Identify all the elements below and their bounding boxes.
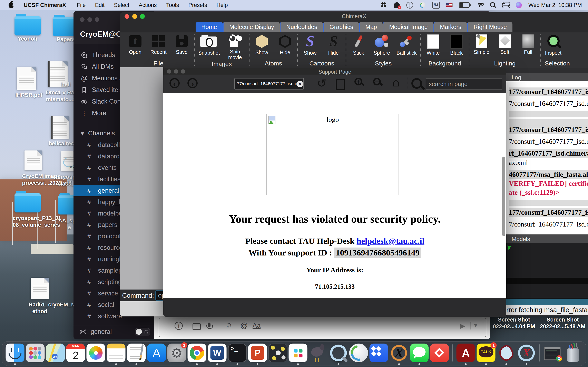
dock-notes[interactable]	[107, 343, 126, 362]
spin-movie-button[interactable]: Spin movie	[225, 34, 245, 60]
format-toggle[interactable]: Aa	[252, 322, 260, 329]
dock-textedit[interactable]	[127, 343, 146, 362]
huddle-toggle[interactable]	[135, 328, 150, 336]
control-center-icon[interactable]	[502, 2, 509, 8]
workspace-name[interactable]: CryoEM@Co	[80, 30, 126, 39]
desktop-folder-yeonoh[interactable]: Yeonoh	[13, 16, 42, 42]
dock-terminal[interactable]	[228, 343, 247, 362]
apple-menu-icon[interactable]	[9, 2, 14, 8]
snapshot-button[interactable]: Snapshot	[198, 34, 219, 60]
menu-help[interactable]: Help	[212, 2, 233, 8]
save-button[interactable]: Save	[173, 34, 190, 59]
tab-markers[interactable]: Markers	[433, 22, 467, 32]
reload-icon[interactable]: ↺	[317, 78, 327, 89]
atoms-hide-button[interactable]: Hide	[277, 34, 294, 59]
dock-finder[interactable]	[6, 343, 25, 362]
cartoons-show-button[interactable]: SShow	[302, 34, 319, 59]
tab-map[interactable]: Map	[359, 22, 383, 32]
dock-powerpoint[interactable]	[248, 343, 267, 362]
desktop-file-screenshot-1[interactable]: Screen Shot 022-02...4.04 PM	[491, 317, 537, 330]
log-panel-header[interactable]: Log	[506, 73, 588, 81]
desktop-folder-volume-series[interactable]: cryosparc_P13_J1 08_volume_series	[13, 193, 42, 228]
dock-system-preferences[interactable]: 1	[167, 343, 186, 362]
tab-home[interactable]: Home	[196, 22, 223, 32]
dock-slack[interactable]	[289, 343, 307, 362]
dock-word[interactable]	[208, 343, 227, 362]
dock-blue-ring-app[interactable]	[329, 343, 348, 362]
chat-notification-icon[interactable]: N	[394, 2, 400, 8]
desktop-file-helical[interactable]: helicalreconst.	[49, 116, 71, 147]
dock-app-store[interactable]	[147, 343, 166, 362]
menu-app-name[interactable]: UCSF ChimeraX	[19, 2, 72, 8]
atoms-show-button[interactable]: Show	[253, 34, 270, 59]
send-icon[interactable]	[460, 324, 465, 329]
dock-kakaotalk[interactable]: TALK1	[477, 343, 495, 362]
wifi-icon[interactable]	[476, 2, 484, 8]
forward-button[interactable]: ›	[187, 78, 198, 88]
emoji-icon[interactable]: ☺	[225, 321, 232, 329]
new-page-icon[interactable]	[336, 79, 345, 90]
menu-file[interactable]: File	[72, 2, 90, 8]
recent-button[interactable]: Recent	[150, 34, 167, 59]
dock-xquartz[interactable]	[390, 343, 408, 362]
ball-stick-button[interactable]: Ball stick	[397, 34, 417, 59]
background-black-button[interactable]: Black	[448, 34, 465, 59]
background-white-button[interactable]: White	[425, 34, 442, 59]
lighting-simple-button[interactable]: Simple	[473, 34, 490, 59]
desktop-file-ihrsr[interactable]: IHRSR.pdf	[15, 67, 38, 99]
tab-molecule-display[interactable]: Molecule Display	[223, 22, 280, 32]
mic-icon[interactable]	[208, 323, 210, 327]
tab-right-mouse[interactable]: Right Mouse	[467, 22, 513, 32]
dock-ccp4-bird-app[interactable]	[497, 343, 516, 362]
dock-acrobat[interactable]	[457, 343, 475, 362]
dock-cisco-anyconnect[interactable]	[349, 343, 368, 362]
dock-coot[interactable]	[309, 343, 328, 362]
support-titlebar[interactable]: Support-Page	[163, 68, 506, 75]
dock-red-diamond-app[interactable]	[430, 343, 449, 362]
globe-status-icon[interactable]	[406, 2, 413, 8]
dropbox-status-icon[interactable]	[382, 2, 388, 8]
inspect-button[interactable]: Inspect	[545, 34, 562, 59]
huddle-bar[interactable]: general	[73, 325, 154, 338]
models-panel[interactable]	[506, 243, 588, 298]
dock-chimerax-active[interactable]	[268, 343, 287, 362]
menu-bar-clock[interactable]: Wed Mar 2 10:38 PM	[528, 2, 582, 8]
dock-minimized-window[interactable]	[544, 343, 562, 362]
attach-plus-icon[interactable]: +	[174, 322, 183, 330]
models-panel-header[interactable]: Models	[506, 234, 588, 243]
zoom-in-icon[interactable]: +	[355, 78, 362, 85]
back-button[interactable]: ‹	[169, 78, 180, 88]
dock-photos[interactable]	[86, 343, 105, 362]
desktop-file-cryoem-pdf[interactable]: CryoEM image processi...2021.pdf	[22, 150, 44, 186]
zoom-out-icon[interactable]: −	[373, 78, 381, 85]
lighting-soft-button[interactable]: Soft	[496, 34, 513, 59]
search-in-page-input[interactable]	[426, 78, 502, 90]
desktop-file-screenshot-2[interactable]: Screen Shot 2022-02...5.48 AM	[538, 317, 587, 330]
dock-trash[interactable]	[564, 343, 582, 362]
battery-icon[interactable]	[459, 2, 470, 8]
send-options-chevron-icon[interactable]: ▾	[474, 321, 477, 329]
chimerax-titlebar[interactable]: ChimeraX	[120, 12, 588, 20]
anyconnect-status-icon[interactable]	[420, 2, 425, 8]
scrollbar-handle[interactable]	[502, 157, 505, 236]
input-language-flag-icon[interactable]	[446, 3, 452, 7]
dock-maps[interactable]: 280	[46, 343, 65, 362]
app-indicator-icon[interactable]: !M	[432, 2, 440, 8]
lighting-full-button[interactable]: Full	[520, 34, 537, 59]
menu-tools[interactable]: Tools	[162, 2, 184, 8]
spotlight-search-icon[interactable]	[490, 2, 496, 8]
menu-edit[interactable]: Edit	[90, 2, 109, 8]
helpdesk-email-link[interactable]: helpdesk@tau.ac.il	[357, 236, 424, 246]
dock-calendar[interactable]: MAR2	[66, 343, 85, 362]
desktop-file-rad51[interactable]: Rad51_cryoEM_M ethod	[29, 278, 51, 315]
siri-icon[interactable]	[516, 2, 522, 8]
log-panel[interactable]: 177/consurf_1646077177_isd. 7/consurf_16…	[506, 81, 588, 234]
tab-medical-image[interactable]: Medical Image	[383, 22, 433, 32]
tab-graphics[interactable]: Graphics	[323, 22, 359, 32]
menu-actions[interactable]: Actions	[134, 2, 162, 8]
desktop-file-heli-clipped[interactable]: heli	[61, 81, 74, 88]
sphere-button[interactable]: Sphere	[373, 34, 390, 59]
home-icon[interactable]: ⌂	[392, 76, 400, 88]
menu-presets[interactable]: Presets	[184, 2, 212, 8]
open-button[interactable]: Open	[127, 34, 144, 59]
